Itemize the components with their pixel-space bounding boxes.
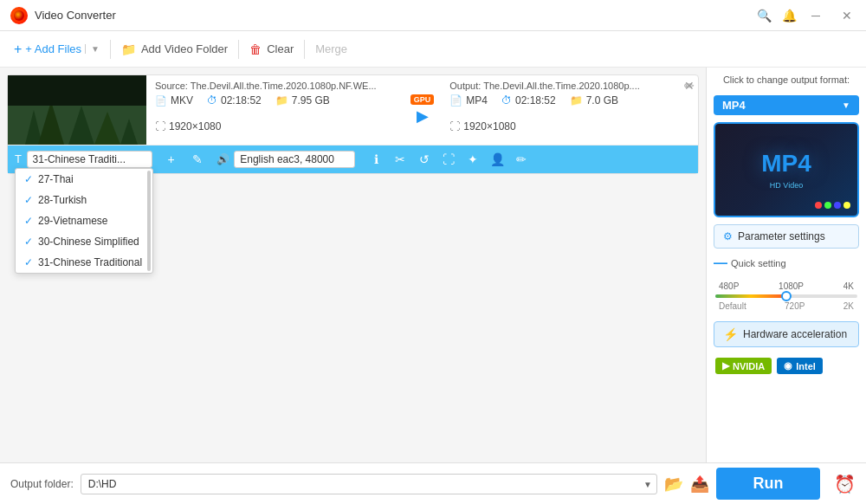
output-format-item: 📄 MP4 — [449, 94, 488, 107]
source-meta: 📄 MKV ⏱ 02:18:52 📁 7.95 GB ⛶ — [155, 94, 395, 132]
dropdown-label-vietnamese: 29-Vietnamese — [38, 215, 108, 227]
share-button[interactable]: 📤 — [690, 475, 709, 494]
plus-icon: + — [14, 42, 22, 57]
nvidia-label: NVIDIA — [733, 361, 765, 372]
output-meta: 📄 MP4 ⏱ 02:18:52 📁 7.0 GB ⛶ — [449, 94, 689, 132]
resolution-icon: ⛶ — [155, 120, 165, 132]
audio-select[interactable]: English eac3, 48000 — [234, 151, 355, 168]
edit-track-button[interactable]: ✎ — [187, 149, 208, 170]
add-files-button[interactable]: + + Add Files ▼ — [14, 42, 100, 57]
output-format-icon: 📄 — [449, 94, 462, 107]
source-format: MKV — [171, 94, 193, 107]
dropdown-scrollbar — [147, 171, 151, 271]
audio-icon: 🔊 — [216, 153, 229, 165]
output-duration-item: ⏱ 02:18:52 — [501, 94, 556, 107]
thumbnail-background — [8, 75, 146, 145]
add-folder-button[interactable]: 📁 Add Video Folder — [121, 42, 228, 56]
close-file-button[interactable]: ✕ — [684, 79, 695, 93]
minimize-button[interactable]: ─ — [804, 6, 828, 25]
clock-icon: ⏱ — [207, 94, 217, 107]
add-files-label: + Add Files — [25, 42, 81, 55]
dropdown-label-chinese-simplified: 30-Chinese Simplified — [38, 236, 139, 248]
clear-button[interactable]: 🗑 Clear — [249, 42, 294, 56]
effect-button[interactable]: ✦ — [462, 149, 483, 170]
subtitle-select-wrap: 31-Chinese Traditi... 27-Thai 28-Turkish… — [27, 151, 152, 168]
rotate-button[interactable]: ↺ — [414, 149, 435, 170]
subtitle-edit-button[interactable]: ✏ — [511, 149, 532, 170]
output-size-item: 📁 7.0 GB — [570, 94, 618, 107]
output-folder-label: Output folder: — [10, 478, 74, 490]
format-preview-content: MP4 HD Video — [761, 150, 811, 190]
intel-label: Intel — [796, 361, 816, 372]
format-selector[interactable]: MP4 ▼ — [714, 95, 859, 115]
quality-label-4k: 4K — [843, 281, 854, 291]
source-format-item: 📄 MKV — [155, 94, 193, 107]
output-label: Output: The.Devil.All.the.Time.2020.1080… — [449, 81, 689, 91]
intel-circle-icon: ◉ — [784, 360, 792, 372]
hw-accel-label: Hardware acceleration — [743, 328, 847, 340]
title-bar: Video Converter 🔍 🔔 ─ ✕ — [0, 0, 866, 31]
alarm-button[interactable]: ⏰ — [834, 474, 856, 494]
watermark-button[interactable]: 👤 — [487, 149, 507, 170]
format-click-label: Click to change output format: — [714, 74, 859, 85]
check-thai: ✓ — [24, 173, 33, 185]
hardware-acceleration-button[interactable]: ⚡ Hardware acceleration — [714, 321, 859, 347]
add-track-button[interactable]: + — [161, 149, 182, 170]
dropdown-item-chinese-simplified[interactable]: ✓ 30-Chinese Simplified — [16, 231, 152, 252]
check-chinese-simplified: ✓ — [24, 236, 33, 248]
crop-button[interactable]: ⛶ — [438, 149, 459, 170]
parameter-settings-button[interactable]: ⚙ Parameter settings — [714, 224, 859, 249]
format-dropdown-arrow: ▼ — [842, 100, 850, 110]
output-folder-input[interactable] — [81, 474, 657, 494]
audio-select-wrap: 🔊 English eac3, 48000 — [216, 151, 356, 168]
output-duration: 02:18:52 — [515, 94, 556, 107]
cut-button[interactable]: ✂ — [390, 149, 410, 170]
dropdown-item-turkish[interactable]: ✓ 28-Turkish — [16, 190, 152, 210]
main-content: Source: The.Devil.All.the.Time.2020.1080… — [0, 68, 866, 462]
dropdown-label-chinese-traditional: 31-Chinese Traditional — [38, 256, 142, 268]
notification-icon[interactable]: 🔔 — [782, 9, 797, 23]
output-resolution: 1920×1080 — [463, 120, 515, 132]
output-folder-input-wrap: ▼ — [81, 474, 657, 494]
source-size: 7.95 GB — [292, 94, 330, 107]
quality-labels-bot: Default 720P 2K — [715, 301, 857, 311]
dot-blue — [834, 202, 841, 209]
info-button[interactable]: ℹ — [365, 149, 386, 170]
intel-button[interactable]: ◉ Intel — [777, 358, 823, 374]
nvidia-logo-icon: ▶ — [722, 360, 729, 372]
conversion-arrow: GPU ▶ — [404, 75, 442, 145]
source-size-item: 📁 7.95 GB — [275, 94, 330, 107]
open-folder-button[interactable]: 📂 — [664, 475, 683, 494]
clear-icon: 🗑 — [249, 42, 262, 56]
merge-button[interactable]: Merge — [315, 42, 347, 55]
nvidia-button[interactable]: ▶ NVIDIA — [715, 358, 772, 374]
toolbar-separator-2 — [238, 40, 239, 59]
dropdown-item-vietnamese[interactable]: ✓ 29-Vietnamese — [16, 210, 152, 231]
svg-rect-8 — [8, 75, 146, 106]
quality-slider-thumb[interactable] — [781, 291, 792, 301]
bottom-bar: Output folder: ▼ 📂 📤 Run ⏰ — [0, 462, 866, 504]
dropdown-item-thai[interactable]: ✓ 27-Thai — [16, 169, 152, 190]
subtitle-select[interactable]: 31-Chinese Traditi... 27-Thai 28-Turkish… — [27, 151, 152, 168]
source-label: Source: The.Devil.All.the.Time.2020.1080… — [155, 81, 395, 91]
run-button[interactable]: Run — [716, 468, 820, 500]
check-vietnamese: ✓ — [24, 215, 33, 227]
arrow-icon: ▶ — [417, 107, 429, 126]
svg-point-0 — [14, 10, 24, 21]
clear-label: Clear — [267, 42, 294, 55]
dropdown-item-chinese-traditional[interactable]: ✓ 31-Chinese Traditional — [16, 252, 152, 273]
source-info: Source: The.Devil.All.the.Time.2020.1080… — [146, 75, 404, 145]
quality-slider-wrap: 480P 1080P 4K Default 720P 2K — [714, 278, 859, 314]
format-preview: MP4 HD Video — [714, 122, 859, 217]
close-button[interactable]: ✕ — [835, 6, 859, 25]
quick-label: Quick setting — [731, 258, 786, 268]
quality-slider-track — [715, 294, 857, 298]
left-panel: Source: The.Devil.All.the.Time.2020.1080… — [0, 68, 706, 462]
add-files-arrow[interactable]: ▼ — [85, 44, 100, 54]
format-subtitle: HD Video — [761, 181, 811, 190]
search-icon[interactable]: 🔍 — [757, 9, 772, 23]
text-icon: T — [15, 152, 22, 165]
quality-label-1080p: 1080P — [779, 281, 804, 291]
folder-icon: 📁 — [121, 42, 136, 56]
output-res-icon: ⛶ — [449, 120, 460, 132]
